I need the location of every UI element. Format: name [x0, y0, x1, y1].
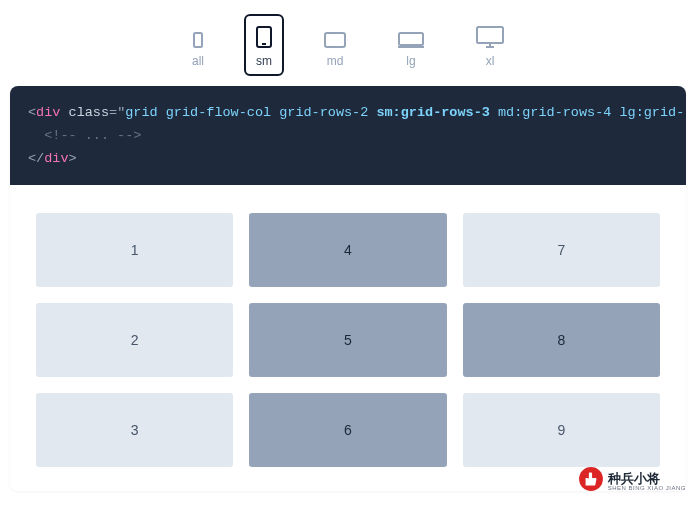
device-md-icon	[324, 22, 346, 48]
grid-cell: 4	[249, 213, 446, 287]
code-highlight: sm:grid-rows-3	[376, 105, 489, 120]
watermark-subtext: SHEN BING XIAO JIANG	[608, 485, 686, 491]
svg-rect-6	[477, 27, 503, 43]
device-xl-icon	[476, 22, 504, 48]
tab-lg[interactable]: lg	[386, 14, 436, 76]
svg-rect-4	[399, 33, 423, 45]
grid-cell: 8	[463, 303, 660, 377]
device-lg-icon	[398, 22, 424, 48]
tab-label: md	[327, 54, 344, 68]
tab-label: all	[192, 54, 204, 68]
svg-rect-0	[194, 33, 202, 47]
code-block: <div class="grid grid-flow-col grid-rows…	[10, 86, 686, 185]
grid-cell: 2	[36, 303, 233, 377]
grid-cell: 1	[36, 213, 233, 287]
tab-label: sm	[256, 54, 272, 68]
tab-sm[interactable]: sm	[244, 14, 284, 76]
tab-md[interactable]: md	[312, 14, 358, 76]
grid-cell: 6	[249, 393, 446, 467]
grid-cell: 5	[249, 303, 446, 377]
thumbs-up-icon	[578, 466, 604, 496]
tab-label: xl	[486, 54, 495, 68]
tab-all[interactable]: all	[180, 14, 216, 76]
watermark-text: 种兵小将	[608, 472, 686, 485]
watermark: 种兵小将 SHEN BING XIAO JIANG	[578, 466, 686, 496]
breakpoint-tabs: all sm md lg xl	[0, 0, 696, 82]
device-sm-icon	[256, 22, 272, 48]
code-pre: grid grid-flow-col grid-rows-2	[125, 105, 376, 120]
tab-label: lg	[406, 54, 415, 68]
code-comment: <!-- ... -->	[28, 128, 141, 143]
grid-cell: 3	[36, 393, 233, 467]
code-post: md:grid-rows-4 lg:grid-rows	[490, 105, 686, 120]
example-panel: <div class="grid grid-flow-col grid-rows…	[10, 86, 686, 491]
grid-demo: 1 2 3 4 5 6 7 8 9	[36, 213, 660, 467]
tab-xl[interactable]: xl	[464, 14, 516, 76]
demo-area: 1 2 3 4 5 6 7 8 9	[10, 185, 686, 491]
grid-cell: 7	[463, 213, 660, 287]
svg-rect-3	[325, 33, 345, 47]
device-all-icon	[193, 22, 203, 48]
grid-cell: 9	[463, 393, 660, 467]
